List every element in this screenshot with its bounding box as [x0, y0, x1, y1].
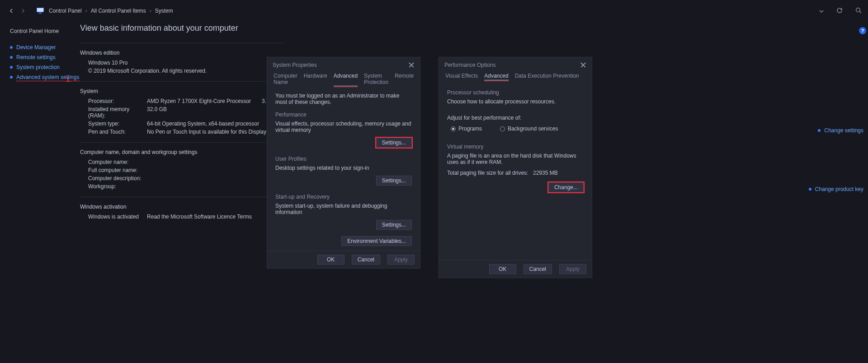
virtual-memory-desc: A paging file is an area on the hard dis… — [447, 153, 578, 165]
cndw-heading: Computer name, domain and workgroup sett… — [80, 149, 285, 155]
user-profiles-settings-button[interactable]: Settings... — [376, 176, 412, 186]
bullet-icon — [809, 188, 811, 191]
pen-touch-value: No Pen or Touch Input is available for t… — [147, 129, 266, 135]
copyright-text: © 2019 Microsoft Corporation. All rights… — [88, 68, 207, 74]
forward-button[interactable] — [18, 6, 28, 16]
address-bar: Control Panel › All Control Panel Items … — [0, 0, 868, 22]
startup-recovery-heading: Start-up and Recovery — [275, 194, 412, 200]
pen-touch-label: Pen and Touch: — [88, 129, 147, 135]
computer-description-label: Computer description: — [88, 175, 147, 182]
system-heading: System — [80, 88, 285, 94]
radio-icon — [500, 126, 505, 131]
close-icon[interactable] — [580, 62, 586, 68]
control-panel-home-link[interactable]: Control Panel Home — [10, 28, 80, 34]
system-icon — [36, 7, 44, 15]
ram-value: 32.0 GB — [147, 106, 167, 119]
paging-size-label: Total paging file size for all drives: — [447, 170, 533, 176]
adjust-label: Adjust for best performance of: — [447, 115, 584, 121]
paging-size-value: 22935 MB — [533, 170, 558, 176]
bullet-icon — [818, 129, 821, 132]
refresh-icon[interactable] — [836, 7, 843, 15]
system-properties-dialog: System Properties Computer Name Hardware… — [267, 57, 420, 269]
change-product-key-link[interactable]: Change product key — [809, 186, 863, 192]
bullet-icon — [10, 46, 13, 49]
dropdown-icon[interactable] — [819, 8, 824, 14]
change-settings-link[interactable]: Change settings — [818, 127, 863, 134]
radio-icon — [451, 126, 456, 131]
dialog-title: Performance Options — [444, 62, 495, 68]
tab-hardware[interactable]: Hardware — [304, 73, 327, 86]
svg-rect-1 — [37, 8, 43, 12]
virtual-memory-heading: Virtual memory — [447, 144, 584, 150]
apply-button[interactable]: Apply — [387, 255, 415, 265]
close-icon[interactable] — [408, 62, 415, 68]
workgroup-label: Workgroup: — [88, 183, 147, 190]
windows-edition-value: Windows 10 Pro — [88, 60, 127, 66]
user-profiles-desc: Desktop settings related to your sign-in — [275, 165, 412, 171]
startup-recovery-desc: System start-up, system failure and debu… — [275, 203, 412, 215]
search-icon[interactable] — [855, 7, 862, 15]
breadcrumb-control-panel[interactable]: Control Panel — [49, 8, 82, 14]
environment-variables-button[interactable]: Environment Variables... — [341, 236, 412, 246]
system-type-label: System type: — [88, 121, 147, 127]
breadcrumb-system[interactable]: System — [155, 8, 173, 14]
ram-label: Installed memory (RAM): — [88, 106, 147, 119]
tab-advanced[interactable]: Advanced — [334, 73, 358, 86]
licence-terms-link[interactable]: Read the Microsoft Software Licence Term… — [147, 214, 252, 220]
performance-desc: Visual effects, processor scheduling, me… — [275, 121, 412, 133]
breadcrumb-sep: › — [150, 8, 151, 14]
user-profiles-heading: User Profiles — [275, 156, 412, 162]
processor-scheduling-heading: Processor scheduling — [447, 89, 584, 96]
tab-remote[interactable]: Remote — [395, 73, 414, 86]
bullet-icon — [10, 66, 13, 69]
tab-dep[interactable]: Data Execution Prevention — [515, 73, 579, 80]
dialog-title: System Properties — [273, 62, 317, 68]
activation-heading: Windows activation — [80, 204, 285, 210]
change-button[interactable]: Change... — [548, 182, 584, 192]
performance-heading: Performance — [275, 112, 412, 118]
apply-button[interactable]: Apply — [559, 264, 586, 274]
tab-computer-name[interactable]: Computer Name — [274, 73, 297, 86]
back-button[interactable] — [6, 6, 16, 16]
sidebar: Control Panel Home Device Manager Remote… — [10, 22, 80, 227]
ok-button[interactable]: OK — [489, 264, 516, 274]
tab-advanced[interactable]: Advanced — [484, 73, 508, 80]
sidebar-remote-settings[interactable]: Remote settings — [10, 54, 80, 60]
processor-value: AMD Ryzen 7 1700X Eight-Core Processor — [147, 98, 251, 104]
bullet-icon — [10, 76, 13, 79]
system-type-value: 64-bit Operating System, x64-based proce… — [147, 121, 259, 127]
page-title: View basic information about your comput… — [80, 23, 285, 33]
processor-label: Processor: — [88, 98, 147, 104]
sidebar-device-manager[interactable]: Device Manager — [10, 44, 80, 51]
main-panel: View basic information about your comput… — [80, 22, 285, 227]
svg-line-4 — [860, 11, 862, 13]
performance-settings-button[interactable]: Settings... — [376, 138, 412, 148]
svg-point-3 — [856, 8, 860, 12]
tab-visual-effects[interactable]: Visual Effects — [445, 73, 478, 80]
bullet-icon — [10, 56, 13, 59]
performance-options-dialog: Performance Options Visual Effects Advan… — [439, 57, 592, 278]
processor-scheduling-desc: Choose how to allocate processor resourc… — [447, 98, 584, 105]
windows-edition-heading: Windows edition — [80, 50, 285, 56]
computer-name-label: Computer name: — [88, 159, 147, 165]
explorer-window: Control Panel › All Control Panel Items … — [0, 0, 868, 363]
full-computer-name-label: Full computer name: — [88, 167, 147, 173]
breadcrumb-all-items[interactable]: All Control Panel Items — [91, 8, 146, 14]
ok-button[interactable]: OK — [317, 255, 344, 265]
annotation-1: 1. — [66, 76, 71, 83]
cancel-button[interactable]: Cancel — [524, 264, 552, 274]
svg-rect-2 — [39, 13, 42, 14]
breadcrumb-sep: › — [85, 8, 87, 14]
help-icon[interactable]: ? — [859, 27, 866, 34]
activation-status: Windows is activated — [88, 214, 139, 220]
admin-note: You must be logged on as an Administrato… — [275, 93, 412, 105]
sidebar-system-protection[interactable]: System protection — [10, 64, 80, 70]
tab-system-protection[interactable]: System Protection — [364, 73, 388, 86]
startup-recovery-settings-button[interactable]: Settings... — [376, 220, 412, 230]
radio-background-services[interactable]: Background services — [500, 126, 558, 132]
radio-programs[interactable]: Programs — [451, 126, 482, 132]
cancel-button[interactable]: Cancel — [352, 255, 380, 265]
